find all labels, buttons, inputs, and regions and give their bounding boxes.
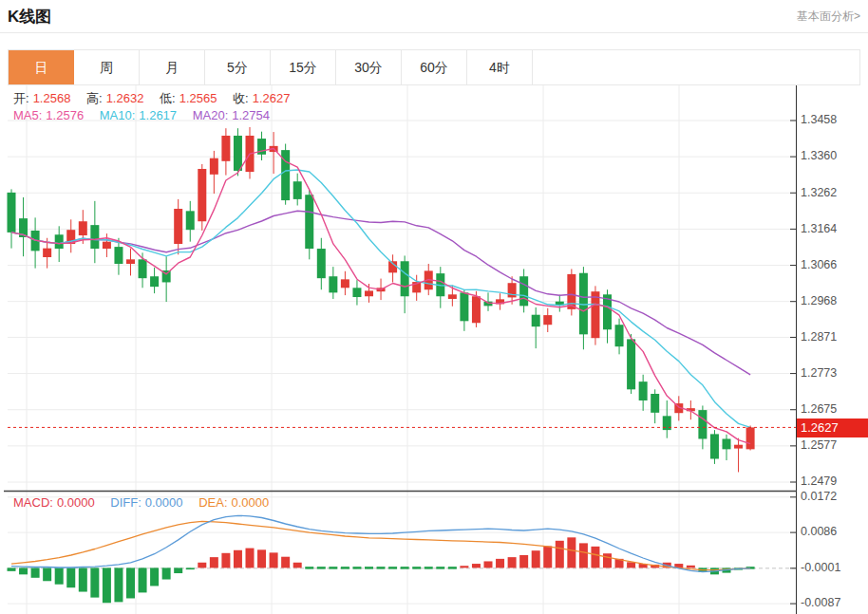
candlestick-series xyxy=(8,127,755,472)
ma-readout: MA5:1.2576 MA10:1.2617 MA20:1.2754 xyxy=(13,108,282,122)
axis-tick-label: 1.3066 xyxy=(801,258,837,271)
macd-histogram xyxy=(8,537,755,603)
axis-tick-label: 1.2968 xyxy=(801,294,837,307)
tab-5分[interactable]: 5分 xyxy=(205,50,271,84)
axis-tick-label: 1.2773 xyxy=(801,366,837,380)
current-price-tag: 1.2627 xyxy=(797,419,868,437)
axis-tick-label: 1.3458 xyxy=(801,113,837,126)
interval-tabs: 日周月5分15分30分60分4时 xyxy=(8,49,860,85)
ma5-value: 1.2576 xyxy=(46,108,84,122)
diff-value: 0.0000 xyxy=(145,495,183,510)
axis-tick-label: 1.2479 xyxy=(801,474,837,488)
macd-readout: MACD:0.0000 DIFF:0.0000 DEA:0.0000 xyxy=(13,495,281,510)
axis-tick-label: 1.2871 xyxy=(801,330,837,344)
axis-tick-label: 1.3262 xyxy=(801,186,837,199)
tab-4时[interactable]: 4时 xyxy=(467,50,533,84)
ma20-value: 1.2754 xyxy=(232,108,270,122)
macd-label: MACD: xyxy=(13,495,53,510)
macd-value: 0.0000 xyxy=(57,495,95,510)
low-label: 低: xyxy=(160,91,176,105)
axis-tick-label: 1.3164 xyxy=(801,222,837,235)
axis-tick-label: 0.0172 xyxy=(801,490,837,503)
low-value: 1.2565 xyxy=(179,91,217,105)
high-label: 高: xyxy=(86,91,103,105)
high-value: 1.2632 xyxy=(106,91,144,105)
dea-value: 0.0000 xyxy=(232,495,270,510)
close-value: 1.2627 xyxy=(253,91,291,105)
open-label: 开: xyxy=(13,91,29,105)
dea-label: DEA: xyxy=(198,495,227,510)
diff-label: DIFF: xyxy=(110,495,142,510)
dea-line xyxy=(11,521,750,569)
axis-tick-label: 0.0086 xyxy=(801,525,837,538)
close-label: 收: xyxy=(233,91,249,105)
axis-labels: 1.34581.33601.32621.31641.30661.29681.28… xyxy=(790,113,840,609)
tab-60分[interactable]: 60分 xyxy=(402,50,467,84)
axis-tick-label: -0.0087 xyxy=(801,596,840,609)
kline-widget: K线图 基本面分析> 日周月5分15分30分60分4时 1.34581.3360… xyxy=(0,0,868,614)
ma5-label: MA5: xyxy=(13,108,42,122)
axis-tick-label: 1.2675 xyxy=(801,402,837,416)
ma20-label: MA20: xyxy=(193,108,229,122)
axis-tick-label: 1.3360 xyxy=(801,149,837,162)
ma10-value: 1.2617 xyxy=(139,108,177,122)
tab-月[interactable]: 月 xyxy=(140,50,205,84)
tab-周[interactable]: 周 xyxy=(74,50,140,84)
tab-15分[interactable]: 15分 xyxy=(271,50,336,84)
axes xyxy=(4,85,797,614)
open-value: 1.2568 xyxy=(33,91,71,105)
axis-tick-label: -0.0001 xyxy=(801,561,840,574)
ohlc-readout: 开:1.2568 高:1.2632 低:1.2565 收:1.2627 xyxy=(13,90,302,107)
axis-tick-label: 1.2577 xyxy=(801,438,837,452)
ma10-label: MA10: xyxy=(100,108,136,122)
grid xyxy=(8,85,796,614)
tab-30分[interactable]: 30分 xyxy=(336,50,402,84)
tab-日[interactable]: 日 xyxy=(9,50,74,84)
